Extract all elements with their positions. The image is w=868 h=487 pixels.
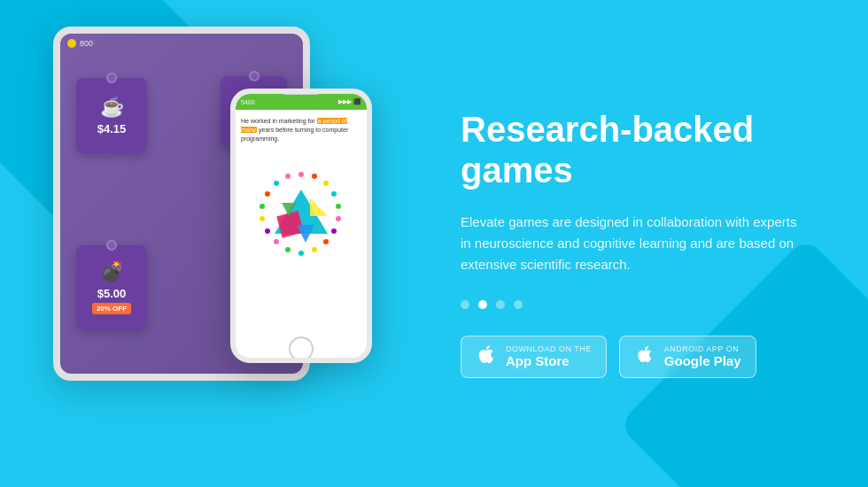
app-store-button[interactable]: Download on the App Store: [461, 336, 607, 378]
svg-point-14: [260, 204, 265, 209]
carousel-dot-0[interactable]: [461, 300, 469, 309]
google-play-button[interactable]: Android app on Google Play: [619, 336, 756, 378]
iphone-status-right: ▶▶▶ ⬛: [338, 98, 361, 105]
price-tag-3-price: $5.00: [97, 287, 127, 300]
coin-icon: [67, 39, 76, 48]
page-container: 800 ☕ $4.15 🏷 💣 $5.00 20: [0, 0, 868, 487]
price-tag-1-price: $4.15: [97, 122, 127, 135]
svg-point-11: [274, 239, 279, 244]
iphone-game-area: [236, 150, 367, 291]
svg-point-0: [298, 172, 304, 177]
carousel-dot-3[interactable]: [514, 300, 523, 309]
svg-point-3: [331, 191, 337, 197]
svg-marker-19: [310, 198, 328, 216]
svg-point-10: [285, 247, 291, 252]
carousel-dot-1[interactable]: [478, 300, 487, 309]
carousel-dot-2[interactable]: [496, 300, 505, 309]
price-tag-1-icon: ☕: [100, 96, 124, 119]
app-store-sub-label: Download on the: [506, 344, 592, 353]
price-tag-1: ☕ $4.15: [76, 78, 147, 153]
iphone-screen: 5400 ▶▶▶ ⬛ He worked in marketing for a …: [236, 94, 367, 358]
devices-section: 800 ☕ $4.15 🏷 💣 $5.00 20: [0, 0, 425, 487]
price-tag-3-badge: 20% OFF: [92, 303, 131, 314]
app-store-btn-text: Download on the App Store: [506, 344, 592, 369]
app-store-main-label: App Store: [506, 353, 592, 369]
google-play-btn-text: Android app on Google Play: [664, 344, 741, 369]
svg-point-4: [336, 204, 341, 209]
svg-point-12: [265, 228, 270, 234]
iphone-content: 5400 ▶▶▶ ⬛ He worked in marketing for a …: [236, 94, 367, 358]
iphone-device: 5400 ▶▶▶ ⬛ He worked in marketing for a …: [230, 89, 372, 363]
svg-point-6: [331, 228, 337, 234]
iphone-speaker: [283, 91, 319, 95]
price-tag-3: 💣 $5.00 20% OFF: [76, 245, 147, 329]
svg-point-17: [285, 174, 291, 179]
iphone-highlight-text: a period of many: [241, 118, 347, 133]
svg-point-16: [274, 181, 279, 186]
ipad-status-bar: 800: [67, 39, 93, 48]
svg-point-8: [312, 247, 317, 252]
iphone-status-bar: 5400 ▶▶▶ ⬛: [236, 94, 367, 110]
svg-point-1: [312, 174, 317, 179]
svg-point-13: [260, 216, 265, 221]
headline: Research-backed games: [461, 109, 824, 190]
apple-icon: [476, 344, 497, 370]
iphone-reading-area: He worked in marketing for a period of m…: [236, 110, 367, 150]
iphone-status-score: 5400: [241, 99, 255, 105]
svg-point-9: [298, 251, 304, 256]
google-play-main-label: Google Play: [664, 353, 741, 369]
svg-point-7: [323, 239, 329, 244]
svg-point-5: [336, 216, 341, 221]
google-play-sub-label: Android app on: [664, 344, 741, 353]
svg-point-15: [265, 191, 270, 197]
headline-line2: games: [461, 151, 573, 189]
description-text: Elevate games are designed in collaborat…: [461, 212, 797, 275]
tangram-game: [248, 167, 354, 274]
ipad-score: 800: [80, 39, 93, 48]
price-tag-3-icon: 💣: [100, 260, 124, 283]
svg-point-2: [323, 181, 329, 186]
headline-line1: Research-backed: [461, 110, 754, 149]
iphone-home-button[interactable]: [289, 336, 314, 361]
android-icon: [634, 344, 655, 370]
